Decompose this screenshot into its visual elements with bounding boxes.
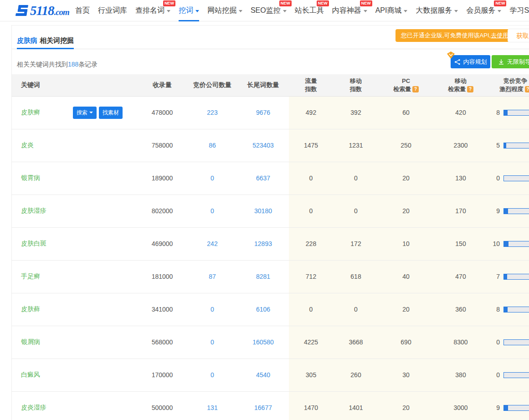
nav-item-6[interactable]: 站长工具NEW: [291, 0, 328, 21]
longtail-count-value[interactable]: 9676: [256, 109, 270, 116]
tab-related-words[interactable]: 皮肤病相关词挖掘: [17, 36, 74, 45]
find-material-button[interactable]: 找素材: [99, 107, 123, 119]
keyword-cell: 皮肤癣搜索找素材: [12, 96, 137, 129]
index-volume-value: 341000: [152, 306, 173, 313]
nav-item-label: 首页: [75, 6, 90, 15]
nav-item-1[interactable]: 行业词库: [94, 0, 131, 21]
pc-search-cell: 250: [379, 129, 433, 162]
keyword-link[interactable]: 白癜风: [21, 371, 40, 379]
bid-companies-value[interactable]: 223: [207, 109, 217, 116]
table-row: 白癜风17000004540305260303800: [12, 359, 529, 391]
traffic-index-cell: 712: [289, 260, 333, 293]
export-label: 无限制导出: [507, 58, 529, 66]
longtail-count-value[interactable]: 8281: [256, 273, 270, 280]
longtail-count-value[interactable]: 160580: [252, 338, 274, 346]
help-question-icon[interactable]: ?: [525, 86, 529, 92]
help-question-icon[interactable]: ?: [412, 86, 419, 92]
longtail-count-value[interactable]: 12893: [254, 240, 272, 247]
site-logo[interactable]: 5118.com: [15, 3, 69, 18]
nav-item-label: 站长工具: [295, 6, 324, 15]
tab-title: 相关词挖掘: [40, 36, 74, 44]
keyword-cell: 皮炎湿疹: [12, 391, 137, 420]
keyword-cell: 皮肤湿疹: [12, 195, 137, 227]
pc-search-cell: 20: [379, 195, 433, 227]
nav-item-8[interactable]: API商城: [371, 0, 412, 21]
get-api-button[interactable]: 获取API: [508, 29, 529, 42]
nav-item-11[interactable]: 学习SEO: [505, 0, 529, 21]
intensity-bar-fill: [504, 143, 506, 148]
new-badge: NEW: [317, 0, 329, 6]
mobile-index-cell: 392: [333, 96, 379, 129]
pc-search-value: 250: [401, 142, 411, 149]
mobile-index-cell: 1401: [333, 391, 379, 420]
keyword-cell: 银霄病: [12, 162, 137, 195]
index-volume-cell: 189000: [137, 162, 187, 195]
go-use-link[interactable]: 去使用: [491, 32, 508, 39]
keyword-link[interactable]: 皮肤癣: [21, 108, 40, 117]
index-volume-value: 181000: [152, 273, 173, 280]
keyword-link[interactable]: 银霄病: [21, 174, 40, 182]
longtail-count-value[interactable]: 4540: [256, 371, 270, 379]
keyword-link[interactable]: 皮肤湿疹: [21, 207, 46, 215]
bid-companies-cell: 242: [187, 227, 237, 260]
bid-companies-value[interactable]: 87: [209, 273, 216, 280]
nav-item-4[interactable]: 网站挖掘: [203, 0, 247, 21]
pc-search-value: 20: [402, 306, 410, 313]
keyword-link[interactable]: 银屑病: [21, 338, 40, 346]
keyword-link[interactable]: 皮炎湿疹: [21, 404, 46, 412]
pc-search-cell: 20: [379, 162, 433, 195]
logo-icon: [14, 4, 30, 17]
tooltip-text: 您已开通企业版,可免费使用该API,: [401, 32, 491, 39]
table-row: 皮肤白斑469000242128932281721015010: [12, 227, 529, 260]
index-volume-cell: 478000: [137, 96, 187, 129]
pc-search-cell: 30: [379, 359, 433, 391]
intensity-bar: [503, 307, 529, 312]
longtail-count-value[interactable]: 30180: [254, 207, 272, 215]
header-label: PC: [402, 77, 410, 84]
keyword-link[interactable]: 手足癣: [21, 272, 40, 281]
longtail-count-value[interactable]: 523403: [252, 142, 274, 149]
keyword-link[interactable]: 皮肤藓: [21, 305, 40, 313]
longtail-count-value[interactable]: 6106: [256, 306, 270, 313]
mobile-index-value: 1401: [349, 404, 363, 411]
pc-search-value: 40: [402, 273, 410, 280]
nav-item-5[interactable]: SEO监控NEW: [247, 0, 291, 21]
bid-companies-value[interactable]: 0: [211, 371, 214, 379]
pc-search-cell: 60: [379, 96, 433, 129]
download-icon: [498, 59, 504, 65]
table-header: 关键词收录量竞价公司数量长尾词数量流量指数移动指数PC检索量?移动检索量?竞价竞…: [12, 74, 529, 96]
longtail-count-value[interactable]: 6637: [256, 174, 270, 182]
keyword-link[interactable]: 皮肤白斑: [21, 240, 46, 248]
index-volume-value: 802000: [152, 207, 173, 215]
index-volume-value: 469000: [152, 240, 173, 247]
keyword-link[interactable]: 皮炎: [21, 141, 34, 149]
bid-companies-value[interactable]: 0: [211, 306, 214, 313]
bid-companies-value[interactable]: 86: [209, 142, 216, 149]
bid-companies-value[interactable]: 0: [211, 338, 214, 346]
bid-companies-value[interactable]: 131: [207, 404, 217, 411]
logo-text: 5118.com: [30, 3, 69, 18]
bid-companies-value[interactable]: 0: [211, 207, 214, 215]
nav-item-10[interactable]: 会员服务NEW: [462, 0, 505, 21]
nav-item-7[interactable]: 内容神器NEW: [328, 0, 371, 21]
bid-companies-value[interactable]: 0: [211, 174, 214, 182]
intensity-value: 8: [488, 306, 500, 313]
nav-item-9[interactable]: 大数据服务: [411, 0, 462, 21]
unlimited-export-button[interactable]: 无限制导出: [492, 55, 529, 68]
content-plan-button[interactable]: 内容规划: [451, 55, 490, 68]
table-row: 皮肤湿疹80200003018000201709: [12, 195, 529, 227]
search-button[interactable]: 搜索: [73, 107, 97, 119]
nav-item-label: 查排名词: [135, 6, 164, 15]
intensity-bar: [503, 241, 529, 247]
longtail-count-value[interactable]: 16677: [254, 404, 272, 411]
help-question-icon[interactable]: ?: [467, 86, 473, 92]
table-row: 皮肤藓3410000610600203608: [12, 293, 529, 326]
nav-item-3[interactable]: 挖词: [175, 0, 203, 21]
nav-item-2[interactable]: 查排名词NEW: [131, 0, 175, 21]
bid-companies-cell: 0: [187, 326, 237, 359]
nav-item-0[interactable]: 首页: [71, 0, 94, 21]
nav-item-label: API商城: [375, 6, 402, 15]
bid-companies-value[interactable]: 242: [207, 240, 217, 247]
traffic-index-cell: 1470: [289, 391, 333, 420]
traffic-index-value: 4225: [304, 338, 318, 346]
